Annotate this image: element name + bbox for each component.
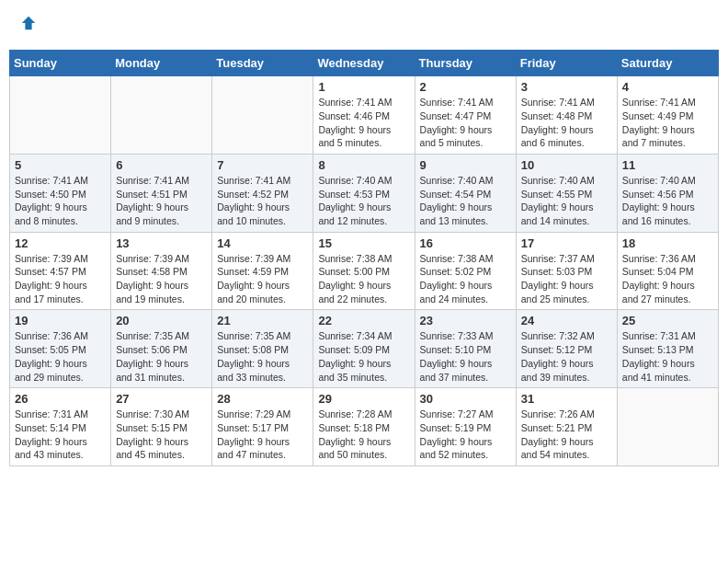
day-number: 23 xyxy=(420,314,511,327)
day-number: 20 xyxy=(116,314,207,327)
day-number: 25 xyxy=(622,314,713,327)
day-number: 6 xyxy=(116,158,207,172)
page-header xyxy=(9,9,719,40)
day-info: Sunrise: 7:33 AM Sunset: 5:10 PM Dayligh… xyxy=(420,329,511,384)
day-info: Sunrise: 7:38 AM Sunset: 5:02 PM Dayligh… xyxy=(420,252,511,306)
calendar-cell: 22Sunrise: 7:34 AM Sunset: 5:09 PM Dayli… xyxy=(313,310,415,388)
calendar-cell: 6Sunrise: 7:41 AM Sunset: 4:51 PM Daylig… xyxy=(111,154,212,232)
calendar-cell: 15Sunrise: 7:38 AM Sunset: 5:00 PM Dayli… xyxy=(313,232,415,310)
calendar-cell: 18Sunrise: 7:36 AM Sunset: 5:04 PM Dayli… xyxy=(617,232,718,310)
calendar-cell: 30Sunrise: 7:27 AM Sunset: 5:19 PM Dayli… xyxy=(415,388,516,466)
calendar-week-3: 12Sunrise: 7:39 AM Sunset: 4:57 PM Dayli… xyxy=(10,232,719,310)
calendar-cell: 12Sunrise: 7:39 AM Sunset: 4:57 PM Dayli… xyxy=(10,232,111,310)
day-info: Sunrise: 7:29 AM Sunset: 5:17 PM Dayligh… xyxy=(217,408,308,462)
calendar-cell: 21Sunrise: 7:35 AM Sunset: 5:08 PM Dayli… xyxy=(212,310,313,388)
day-info: Sunrise: 7:41 AM Sunset: 4:46 PM Dayligh… xyxy=(318,96,409,150)
weekday-header-tuesday: Tuesday xyxy=(212,51,313,76)
day-info: Sunrise: 7:36 AM Sunset: 5:04 PM Dayligh… xyxy=(622,252,713,306)
day-number: 2 xyxy=(420,80,511,94)
day-number: 5 xyxy=(15,158,106,172)
calendar-cell: 1Sunrise: 7:41 AM Sunset: 4:46 PM Daylig… xyxy=(313,76,415,155)
day-number: 30 xyxy=(420,392,511,406)
calendar-cell: 5Sunrise: 7:41 AM Sunset: 4:50 PM Daylig… xyxy=(10,154,111,232)
day-info: Sunrise: 7:38 AM Sunset: 5:00 PM Dayligh… xyxy=(318,252,409,306)
day-info: Sunrise: 7:37 AM Sunset: 5:03 PM Dayligh… xyxy=(521,252,612,306)
calendar-cell: 24Sunrise: 7:32 AM Sunset: 5:12 PM Dayli… xyxy=(516,310,617,388)
calendar-cell xyxy=(617,388,718,466)
day-number: 18 xyxy=(622,236,713,250)
calendar-cell xyxy=(10,76,111,155)
day-number: 4 xyxy=(622,80,713,94)
day-info: Sunrise: 7:41 AM Sunset: 4:47 PM Dayligh… xyxy=(420,96,511,150)
day-info: Sunrise: 7:31 AM Sunset: 5:14 PM Dayligh… xyxy=(15,408,106,462)
day-number: 8 xyxy=(318,158,409,172)
day-info: Sunrise: 7:36 AM Sunset: 5:05 PM Dayligh… xyxy=(15,329,106,384)
day-info: Sunrise: 7:40 AM Sunset: 4:56 PM Dayligh… xyxy=(622,174,713,228)
day-number: 17 xyxy=(521,236,612,250)
day-info: Sunrise: 7:32 AM Sunset: 5:12 PM Dayligh… xyxy=(521,329,612,384)
day-info: Sunrise: 7:28 AM Sunset: 5:18 PM Dayligh… xyxy=(318,408,409,462)
svg-marker-0 xyxy=(22,17,35,29)
calendar-cell: 26Sunrise: 7:31 AM Sunset: 5:14 PM Dayli… xyxy=(10,388,111,466)
day-number: 14 xyxy=(217,236,308,250)
day-number: 12 xyxy=(15,236,106,250)
weekday-header-wednesday: Wednesday xyxy=(313,51,415,76)
calendar-cell: 10Sunrise: 7:40 AM Sunset: 4:55 PM Dayli… xyxy=(516,154,617,232)
weekday-header-friday: Friday xyxy=(516,51,617,76)
day-number: 29 xyxy=(318,392,409,406)
calendar-cell: 17Sunrise: 7:37 AM Sunset: 5:03 PM Dayli… xyxy=(516,232,617,310)
calendar-week-1: 1Sunrise: 7:41 AM Sunset: 4:46 PM Daylig… xyxy=(10,76,719,155)
calendar-cell: 27Sunrise: 7:30 AM Sunset: 5:15 PM Dayli… xyxy=(111,388,212,466)
calendar-cell: 11Sunrise: 7:40 AM Sunset: 4:56 PM Dayli… xyxy=(617,154,718,232)
calendar-cell: 31Sunrise: 7:26 AM Sunset: 5:21 PM Dayli… xyxy=(516,388,617,466)
day-info: Sunrise: 7:35 AM Sunset: 5:08 PM Dayligh… xyxy=(217,329,308,384)
day-info: Sunrise: 7:35 AM Sunset: 5:06 PM Dayligh… xyxy=(116,329,207,384)
day-number: 21 xyxy=(217,314,308,327)
day-info: Sunrise: 7:27 AM Sunset: 5:19 PM Dayligh… xyxy=(420,408,511,462)
logo xyxy=(18,14,37,36)
day-number: 1 xyxy=(318,80,409,94)
day-number: 27 xyxy=(116,392,207,406)
calendar-cell: 29Sunrise: 7:28 AM Sunset: 5:18 PM Dayli… xyxy=(313,388,415,466)
day-number: 9 xyxy=(420,158,511,172)
day-info: Sunrise: 7:26 AM Sunset: 5:21 PM Dayligh… xyxy=(521,408,612,462)
calendar-cell xyxy=(111,76,212,155)
day-number: 22 xyxy=(318,314,409,327)
day-number: 26 xyxy=(15,392,106,406)
day-number: 19 xyxy=(15,314,106,327)
day-info: Sunrise: 7:41 AM Sunset: 4:52 PM Dayligh… xyxy=(217,174,308,228)
logo-icon xyxy=(20,15,37,31)
day-number: 11 xyxy=(622,158,713,172)
day-number: 3 xyxy=(521,80,612,94)
calendar-week-4: 19Sunrise: 7:36 AM Sunset: 5:05 PM Dayli… xyxy=(10,310,719,388)
calendar-cell: 9Sunrise: 7:40 AM Sunset: 4:54 PM Daylig… xyxy=(415,154,516,232)
day-number: 28 xyxy=(217,392,308,406)
day-info: Sunrise: 7:41 AM Sunset: 4:49 PM Dayligh… xyxy=(622,96,713,150)
day-info: Sunrise: 7:40 AM Sunset: 4:53 PM Dayligh… xyxy=(318,174,409,228)
day-number: 10 xyxy=(521,158,612,172)
calendar-cell: 19Sunrise: 7:36 AM Sunset: 5:05 PM Dayli… xyxy=(10,310,111,388)
calendar-cell: 16Sunrise: 7:38 AM Sunset: 5:02 PM Dayli… xyxy=(415,232,516,310)
day-info: Sunrise: 7:39 AM Sunset: 4:59 PM Dayligh… xyxy=(217,252,308,306)
day-number: 7 xyxy=(217,158,308,172)
calendar-week-5: 26Sunrise: 7:31 AM Sunset: 5:14 PM Dayli… xyxy=(10,388,719,466)
day-info: Sunrise: 7:30 AM Sunset: 5:15 PM Dayligh… xyxy=(116,408,207,462)
calendar-cell: 4Sunrise: 7:41 AM Sunset: 4:49 PM Daylig… xyxy=(617,76,718,155)
calendar-week-2: 5Sunrise: 7:41 AM Sunset: 4:50 PM Daylig… xyxy=(10,154,719,232)
calendar-cell: 28Sunrise: 7:29 AM Sunset: 5:17 PM Dayli… xyxy=(212,388,313,466)
day-number: 31 xyxy=(521,392,612,406)
calendar-cell: 7Sunrise: 7:41 AM Sunset: 4:52 PM Daylig… xyxy=(212,154,313,232)
weekday-header-saturday: Saturday xyxy=(617,51,718,76)
day-info: Sunrise: 7:41 AM Sunset: 4:48 PM Dayligh… xyxy=(521,96,612,150)
weekday-header-thursday: Thursday xyxy=(415,51,516,76)
day-info: Sunrise: 7:31 AM Sunset: 5:13 PM Dayligh… xyxy=(622,329,713,384)
day-info: Sunrise: 7:40 AM Sunset: 4:55 PM Dayligh… xyxy=(521,174,612,228)
calendar-cell: 23Sunrise: 7:33 AM Sunset: 5:10 PM Dayli… xyxy=(415,310,516,388)
day-info: Sunrise: 7:39 AM Sunset: 4:58 PM Dayligh… xyxy=(116,252,207,306)
day-info: Sunrise: 7:34 AM Sunset: 5:09 PM Dayligh… xyxy=(318,329,409,384)
calendar-cell: 20Sunrise: 7:35 AM Sunset: 5:06 PM Dayli… xyxy=(111,310,212,388)
calendar-cell: 8Sunrise: 7:40 AM Sunset: 4:53 PM Daylig… xyxy=(313,154,415,232)
calendar-cell: 25Sunrise: 7:31 AM Sunset: 5:13 PM Dayli… xyxy=(617,310,718,388)
day-info: Sunrise: 7:39 AM Sunset: 4:57 PM Dayligh… xyxy=(15,252,106,306)
day-info: Sunrise: 7:40 AM Sunset: 4:54 PM Dayligh… xyxy=(420,174,511,228)
